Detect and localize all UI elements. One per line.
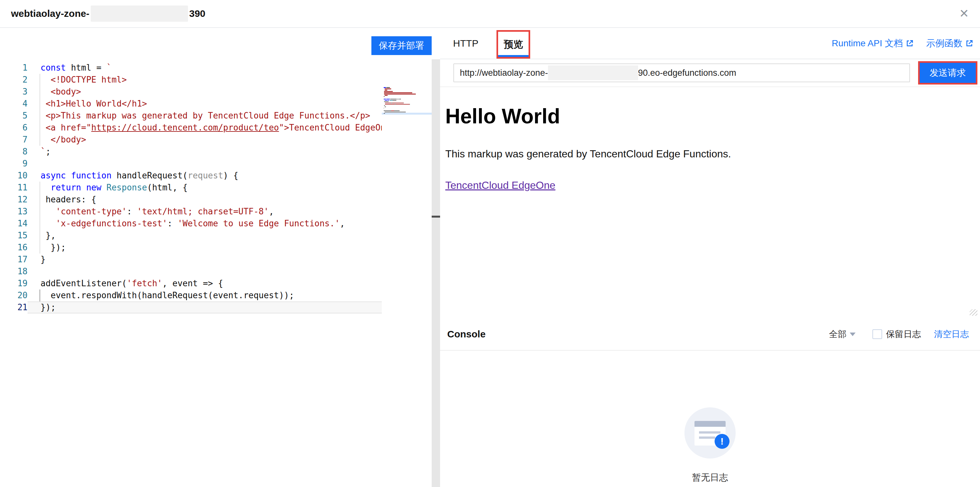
code-token: ` <box>107 63 112 73</box>
code-line[interactable]: 12 headers: { <box>0 194 432 206</box>
code-token <box>102 182 107 192</box>
preview-heading: Hello World <box>445 105 974 127</box>
minimap-line <box>384 95 432 96</box>
preserve-logs-checkbox[interactable] <box>872 329 882 339</box>
code-line-content: event.respondWith(handleRequest(event.re… <box>27 289 432 301</box>
code-line[interactable]: 6 <a href="https://cloud.tencent.com/pro… <box>0 122 432 134</box>
code-line[interactable]: 20 event.respondWith(handleRequest(event… <box>0 289 432 301</box>
code-line[interactable]: 5 <p>This markup was generated by Tencen… <box>0 110 432 122</box>
code-line[interactable]: 17} <box>0 254 432 265</box>
line-number: 10 <box>0 170 27 182</box>
code-line[interactable]: 3 <body> <box>0 86 432 98</box>
code-line[interactable]: 14 'x-edgefunctions-test': 'Welcome to u… <box>0 217 432 230</box>
code-token <box>40 219 56 228</box>
page-title: webtiaolay-zone- 390 <box>11 5 205 22</box>
chevron-down-icon <box>850 333 856 336</box>
code-line-content: <body> <box>27 86 432 98</box>
line-number: 19 <box>0 278 27 289</box>
code-token: }); <box>40 303 56 312</box>
code-token: https://cloud.tencent.com/product/teo <box>91 123 279 132</box>
code-line[interactable]: 1const html = ` <box>0 62 432 74</box>
minimap-line <box>384 89 432 89</box>
tab-http[interactable]: HTTP <box>453 38 478 49</box>
line-number: 4 <box>0 98 27 110</box>
log-document-header-bar <box>695 421 725 427</box>
code-editor[interactable]: 1const html = `2 <!DOCTYPE html>3 <body>… <box>0 55 432 487</box>
tab-preview[interactable]: 预览 <box>504 38 523 51</box>
code-line[interactable]: 8`; <box>0 146 432 158</box>
code-token: <body> <box>40 87 81 97</box>
empty-logs-icon: ! <box>684 407 736 458</box>
minimap-line <box>384 92 432 93</box>
minimap-line <box>384 103 432 104</box>
log-document-line <box>699 431 721 433</box>
tabs-row: HTTP 预览 Runtime API 文档 示例函数 <box>440 28 980 59</box>
code-token: : <box>167 219 177 228</box>
line-number: 13 <box>0 206 27 217</box>
code-token: <a href=" <box>40 123 91 132</box>
preserve-logs-label: 保留日志 <box>886 328 921 340</box>
code-token: ) { <box>223 171 239 180</box>
code-line[interactable]: 4 <h1>Hello World</h1> <box>0 98 432 110</box>
clear-logs-link[interactable]: 清空日志 <box>934 328 969 340</box>
example-functions-link[interactable]: 示例函数 <box>926 37 974 49</box>
code-line[interactable]: 13 'content-type': 'text/html; charset=U… <box>0 206 432 217</box>
code-token: event.respondWith(handleRequest(event.re… <box>40 290 294 300</box>
line-number: 18 <box>0 265 27 278</box>
url-suffix: 90.eo-edgefunctions.com <box>638 68 736 78</box>
minimap-line <box>384 99 432 100</box>
panel-splitter[interactable] <box>432 28 440 487</box>
doc-links: Runtime API 文档 示例函数 <box>832 37 974 49</box>
code-line[interactable]: 7 </body> <box>0 134 432 146</box>
preview-pane: HTTP 预览 Runtime API 文档 示例函数 <box>440 28 980 487</box>
code-token <box>66 171 71 180</box>
editor-minimap[interactable] <box>382 82 432 487</box>
runtime-api-doc-label: Runtime API 文档 <box>832 37 903 49</box>
line-number: 20 <box>0 289 27 301</box>
code-line[interactable]: 9 <box>0 158 432 170</box>
code-line-content: 'content-type': 'text/html; charset=UTF-… <box>27 206 432 217</box>
minimap-line <box>384 91 432 92</box>
code-line-content: } <box>27 254 432 265</box>
code-line[interactable]: 11 return new Response(html, { <box>0 182 432 194</box>
minimap-line <box>384 97 432 98</box>
preview-edgeone-link[interactable]: TencentCloud EdgeOne <box>445 179 555 191</box>
exclamation-badge-icon: ! <box>714 434 730 449</box>
code-token: const <box>40 63 66 73</box>
console-title: Console <box>447 329 485 339</box>
code-line[interactable]: 18 <box>0 265 432 278</box>
log-level-filter-dropdown[interactable]: 全部 <box>829 328 856 340</box>
code-token: handleRequest( <box>111 171 188 180</box>
splitter-drag-handle[interactable] <box>432 216 440 217</box>
url-redacted-area <box>548 65 638 80</box>
line-number: 16 <box>0 241 27 254</box>
line-number: 17 <box>0 254 27 265</box>
code-line-content: <!DOCTYPE html> <box>27 74 432 86</box>
code-token: 'x-edgefunctions-test' <box>56 219 167 228</box>
code-line[interactable]: 16 }); <box>0 241 432 254</box>
code-line[interactable]: 19addEventListener('fetch', event => { <box>0 278 432 289</box>
line-number: 5 <box>0 110 27 122</box>
example-functions-label: 示例函数 <box>926 37 963 49</box>
code-line[interactable]: 2 <!DOCTYPE html> <box>0 74 432 86</box>
request-url-input[interactable]: http://webtiaolay-zone- 90.eo-edgefuncti… <box>453 63 910 82</box>
save-and-deploy-button[interactable]: 保存并部署 <box>371 36 432 55</box>
line-number: 1 <box>0 62 27 74</box>
send-request-button[interactable]: 发送请求 <box>920 63 976 83</box>
close-icon[interactable]: ✕ <box>959 8 969 19</box>
minimap-line <box>384 110 432 111</box>
code-line-content: }, <box>27 230 432 241</box>
code-token: ; <box>46 147 51 156</box>
code-line[interactable]: 21}); <box>0 301 432 313</box>
minimap-line <box>384 102 432 102</box>
minimap-line <box>384 96 432 97</box>
resize-grip-icon[interactable] <box>970 309 977 316</box>
code-token: <h1>Hello World</h1> <box>40 99 147 108</box>
code-token: html = <box>66 63 106 73</box>
code-line[interactable]: 10async function handleRequest(request) … <box>0 170 432 182</box>
code-line[interactable]: 15 }, <box>0 230 432 241</box>
console-body: ! 暂无日志 <box>440 351 980 487</box>
code-line-content <box>27 158 432 170</box>
runtime-api-doc-link[interactable]: Runtime API 文档 <box>832 37 914 49</box>
code-line-content: <p>This markup was generated by TencentC… <box>27 110 432 122</box>
